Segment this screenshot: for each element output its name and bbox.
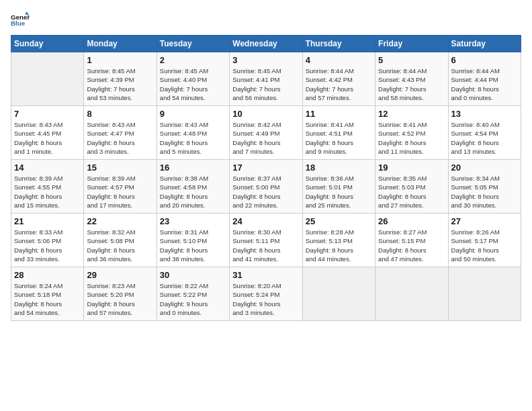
- page-header: General Blue: [11, 11, 521, 30]
- day-info: Sunrise: 8:34 AM Sunset: 5:05 PM Dayligh…: [451, 174, 518, 210]
- calendar-cell: 20Sunrise: 8:34 AM Sunset: 5:05 PM Dayli…: [448, 160, 521, 214]
- day-number: 5: [378, 55, 445, 65]
- calendar-cell: 8Sunrise: 8:43 AM Sunset: 4:47 PM Daylig…: [84, 106, 157, 160]
- day-number: 12: [378, 109, 445, 119]
- calendar-cell: 23Sunrise: 8:31 AM Sunset: 5:10 PM Dayli…: [157, 214, 229, 267]
- day-number: 26: [378, 216, 445, 226]
- day-number: 16: [160, 163, 226, 173]
- day-info: Sunrise: 8:40 AM Sunset: 4:54 PM Dayligh…: [451, 120, 518, 156]
- day-number: 3: [232, 55, 299, 65]
- calendar-cell: 21Sunrise: 8:33 AM Sunset: 5:06 PM Dayli…: [11, 214, 84, 267]
- day-number: 6: [451, 55, 518, 65]
- day-info: Sunrise: 8:45 AM Sunset: 4:40 PM Dayligh…: [160, 66, 226, 102]
- calendar-cell: 16Sunrise: 8:38 AM Sunset: 4:58 PM Dayli…: [157, 160, 229, 214]
- calendar-cell: 2Sunrise: 8:45 AM Sunset: 4:40 PM Daylig…: [157, 52, 229, 106]
- day-info: Sunrise: 8:28 AM Sunset: 5:13 PM Dayligh…: [306, 228, 372, 263]
- day-info: Sunrise: 8:44 AM Sunset: 4:42 PM Dayligh…: [306, 66, 372, 102]
- calendar-cell: 28Sunrise: 8:24 AM Sunset: 5:18 PM Dayli…: [11, 267, 84, 321]
- day-info: Sunrise: 8:43 AM Sunset: 4:48 PM Dayligh…: [160, 120, 226, 156]
- day-info: Sunrise: 8:20 AM Sunset: 5:24 PM Dayligh…: [232, 281, 299, 317]
- calendar-cell: 13Sunrise: 8:40 AM Sunset: 4:54 PM Dayli…: [448, 106, 521, 160]
- day-info: Sunrise: 8:30 AM Sunset: 5:11 PM Dayligh…: [232, 228, 299, 263]
- day-info: Sunrise: 8:45 AM Sunset: 4:39 PM Dayligh…: [87, 66, 153, 102]
- calendar-table: SundayMondayTuesdayWednesdayThursdayFrid…: [11, 35, 521, 321]
- calendar-cell: 27Sunrise: 8:26 AM Sunset: 5:17 PM Dayli…: [448, 214, 521, 267]
- day-number: 29: [87, 270, 153, 280]
- week-row-5: 28Sunrise: 8:24 AM Sunset: 5:18 PM Dayli…: [11, 267, 521, 321]
- day-info: Sunrise: 8:22 AM Sunset: 5:22 PM Dayligh…: [160, 281, 226, 317]
- day-info: Sunrise: 8:43 AM Sunset: 4:45 PM Dayligh…: [14, 120, 81, 156]
- calendar-cell: 1Sunrise: 8:45 AM Sunset: 4:39 PM Daylig…: [84, 52, 157, 106]
- day-info: Sunrise: 8:39 AM Sunset: 4:55 PM Dayligh…: [14, 174, 81, 210]
- day-number: 17: [232, 163, 299, 173]
- calendar-header-row: SundayMondayTuesdayWednesdayThursdayFrid…: [11, 36, 521, 52]
- day-number: 9: [160, 109, 226, 119]
- day-info: Sunrise: 8:42 AM Sunset: 4:49 PM Dayligh…: [232, 120, 299, 156]
- calendar-cell: 24Sunrise: 8:30 AM Sunset: 5:11 PM Dayli…: [230, 214, 302, 267]
- calendar-cell: 5Sunrise: 8:44 AM Sunset: 4:43 PM Daylig…: [375, 52, 448, 106]
- calendar-cell: [11, 52, 84, 106]
- day-info: Sunrise: 8:32 AM Sunset: 5:08 PM Dayligh…: [87, 228, 153, 263]
- day-number: 15: [87, 163, 153, 173]
- day-info: Sunrise: 8:41 AM Sunset: 4:52 PM Dayligh…: [378, 120, 445, 156]
- week-row-4: 21Sunrise: 8:33 AM Sunset: 5:06 PM Dayli…: [11, 214, 521, 267]
- day-info: Sunrise: 8:38 AM Sunset: 4:58 PM Dayligh…: [160, 174, 226, 210]
- calendar-cell: 12Sunrise: 8:41 AM Sunset: 4:52 PM Dayli…: [375, 106, 448, 160]
- day-number: 28: [14, 270, 81, 280]
- calendar-cell: 6Sunrise: 8:44 AM Sunset: 4:44 PM Daylig…: [448, 52, 521, 106]
- calendar-cell: 17Sunrise: 8:37 AM Sunset: 5:00 PM Dayli…: [230, 160, 302, 214]
- day-info: Sunrise: 8:39 AM Sunset: 4:57 PM Dayligh…: [87, 174, 153, 210]
- day-number: 24: [232, 216, 299, 226]
- week-row-1: 1Sunrise: 8:45 AM Sunset: 4:39 PM Daylig…: [11, 52, 521, 106]
- day-info: Sunrise: 8:27 AM Sunset: 5:15 PM Dayligh…: [378, 228, 445, 263]
- header-wednesday: Wednesday: [230, 36, 302, 52]
- day-number: 30: [160, 270, 226, 280]
- day-number: 31: [232, 270, 299, 280]
- day-number: 10: [232, 109, 299, 119]
- day-number: 19: [378, 163, 445, 173]
- header-saturday: Saturday: [448, 36, 521, 52]
- week-row-2: 7Sunrise: 8:43 AM Sunset: 4:45 PM Daylig…: [11, 106, 521, 160]
- calendar-cell: 9Sunrise: 8:43 AM Sunset: 4:48 PM Daylig…: [157, 106, 229, 160]
- svg-text:Blue: Blue: [11, 19, 26, 27]
- day-number: 27: [451, 216, 518, 226]
- calendar-cell: 29Sunrise: 8:23 AM Sunset: 5:20 PM Dayli…: [84, 267, 157, 321]
- day-info: Sunrise: 8:41 AM Sunset: 4:51 PM Dayligh…: [306, 120, 372, 156]
- day-number: 8: [87, 109, 153, 119]
- calendar-cell: 31Sunrise: 8:20 AM Sunset: 5:24 PM Dayli…: [230, 267, 302, 321]
- calendar-cell: 4Sunrise: 8:44 AM Sunset: 4:42 PM Daylig…: [302, 52, 375, 106]
- logo: General Blue: [11, 11, 32, 30]
- day-number: 2: [160, 55, 226, 65]
- day-info: Sunrise: 8:44 AM Sunset: 4:44 PM Dayligh…: [451, 66, 518, 102]
- header-thursday: Thursday: [302, 36, 375, 52]
- calendar-cell: 3Sunrise: 8:45 AM Sunset: 4:41 PM Daylig…: [230, 52, 302, 106]
- calendar-cell: 15Sunrise: 8:39 AM Sunset: 4:57 PM Dayli…: [84, 160, 157, 214]
- day-info: Sunrise: 8:23 AM Sunset: 5:20 PM Dayligh…: [87, 281, 153, 317]
- calendar-cell: 7Sunrise: 8:43 AM Sunset: 4:45 PM Daylig…: [11, 106, 84, 160]
- day-number: 1: [87, 55, 153, 65]
- day-number: 25: [306, 216, 372, 226]
- day-number: 4: [306, 55, 372, 65]
- day-number: 18: [306, 163, 372, 173]
- day-info: Sunrise: 8:44 AM Sunset: 4:43 PM Dayligh…: [378, 66, 445, 102]
- header-sunday: Sunday: [11, 36, 84, 52]
- day-info: Sunrise: 8:24 AM Sunset: 5:18 PM Dayligh…: [14, 281, 81, 317]
- calendar-cell: [375, 267, 448, 321]
- calendar-cell: [302, 267, 375, 321]
- day-info: Sunrise: 8:36 AM Sunset: 5:01 PM Dayligh…: [306, 174, 372, 210]
- day-info: Sunrise: 8:43 AM Sunset: 4:47 PM Dayligh…: [87, 120, 153, 156]
- calendar-cell: 11Sunrise: 8:41 AM Sunset: 4:51 PM Dayli…: [302, 106, 375, 160]
- day-number: 23: [160, 216, 226, 226]
- calendar-cell: 22Sunrise: 8:32 AM Sunset: 5:08 PM Dayli…: [84, 214, 157, 267]
- header-tuesday: Tuesday: [157, 36, 229, 52]
- calendar-cell: 14Sunrise: 8:39 AM Sunset: 4:55 PM Dayli…: [11, 160, 84, 214]
- day-info: Sunrise: 8:45 AM Sunset: 4:41 PM Dayligh…: [232, 66, 299, 102]
- header-monday: Monday: [84, 36, 157, 52]
- week-row-3: 14Sunrise: 8:39 AM Sunset: 4:55 PM Dayli…: [11, 160, 521, 214]
- day-info: Sunrise: 8:31 AM Sunset: 5:10 PM Dayligh…: [160, 228, 226, 263]
- calendar-cell: 19Sunrise: 8:35 AM Sunset: 5:03 PM Dayli…: [375, 160, 448, 214]
- day-number: 20: [451, 163, 518, 173]
- day-number: 13: [451, 109, 518, 119]
- day-info: Sunrise: 8:26 AM Sunset: 5:17 PM Dayligh…: [451, 228, 518, 263]
- calendar-cell: 26Sunrise: 8:27 AM Sunset: 5:15 PM Dayli…: [375, 214, 448, 267]
